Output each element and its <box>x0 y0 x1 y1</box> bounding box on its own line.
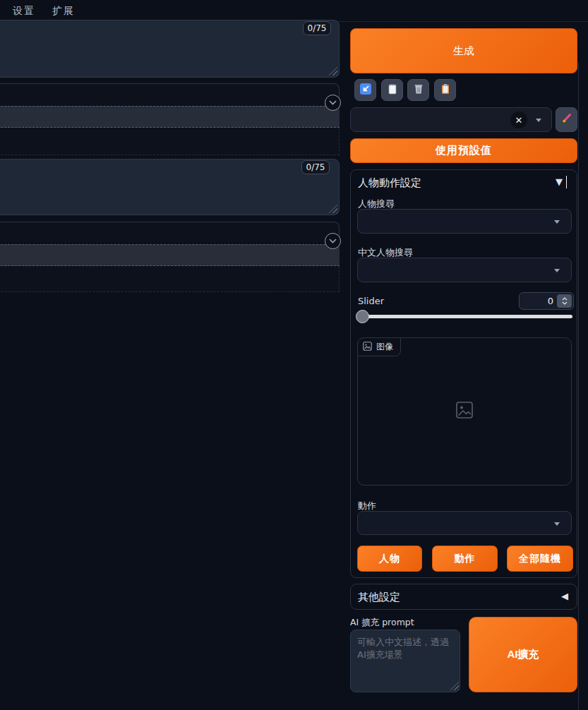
apply-style-button[interactable] <box>434 79 456 101</box>
arrow-lower-left-icon <box>359 83 372 98</box>
accordion-title[interactable]: 人物動作設定 <box>358 176 421 190</box>
spinner-up-icon <box>562 297 568 301</box>
chevron-down-icon[interactable] <box>325 233 341 249</box>
resize-handle-icon[interactable] <box>328 66 337 76</box>
image-placeholder-icon <box>455 401 474 422</box>
text-cursor <box>566 176 568 188</box>
random-character-button[interactable]: 人物 <box>357 546 422 572</box>
styles-row-left-top[interactable] <box>0 83 340 105</box>
action-dropdown[interactable] <box>357 511 572 535</box>
styles-row-left-bottom[interactable] <box>0 222 340 242</box>
character-action-accordion: 人物動作設定 ▼ 人物搜尋 中文人物搜尋 Slider <box>350 169 577 578</box>
ai-expand-button[interactable]: AI擴充 <box>469 617 577 692</box>
other-settings-accordion[interactable]: 其他設定 ◀ <box>350 584 577 610</box>
notepad-button[interactable] <box>381 79 403 101</box>
accordion-closed-arrow-icon: ◀ <box>561 591 568 601</box>
styles-dropdown[interactable]: ✕ <box>350 107 552 132</box>
number-spinner[interactable] <box>557 294 572 308</box>
slider-handle[interactable] <box>356 310 369 323</box>
app-root: 设置 扩展 0/75 0/75 生成 <box>0 0 588 710</box>
use-preset-button[interactable]: 使用預設值 <box>350 138 577 163</box>
column-divider <box>578 62 579 710</box>
random-action-button[interactable]: 動作 <box>432 546 498 572</box>
chevron-down-icon <box>554 269 560 272</box>
chevron-down-icon <box>554 220 560 224</box>
image-upload-area[interactable]: 图像 <box>357 337 572 486</box>
slider-number-input[interactable] <box>520 293 556 309</box>
prompt-token-counter: 0/75 <box>303 21 331 35</box>
trash-icon <box>412 83 425 98</box>
accordion-open-arrow-icon[interactable]: ▼ <box>556 176 563 187</box>
table-empty-band-bottom <box>0 267 340 292</box>
top-tab-bar: 设置 扩展 <box>0 0 588 22</box>
table-empty-band-top <box>0 128 340 155</box>
tab-settings[interactable]: 设置 <box>13 5 35 18</box>
spinner-down-icon <box>562 301 568 305</box>
paintbrush-icon <box>560 112 574 128</box>
tab-extensions[interactable]: 扩展 <box>52 5 75 18</box>
ai-expand-label: AI 擴充 prompt <box>350 617 414 629</box>
edit-styles-button[interactable] <box>556 107 577 132</box>
paste-params-button[interactable] <box>354 79 376 101</box>
image-tab[interactable]: 图像 <box>357 337 401 356</box>
random-all-button[interactable]: 全部隨機 <box>507 546 573 572</box>
character-search-dropdown[interactable] <box>357 209 572 234</box>
table-header-band-bottom <box>0 244 340 266</box>
clear-styles-icon[interactable]: ✕ <box>510 112 527 128</box>
chevron-down-icon <box>536 119 541 122</box>
image-tab-label: 图像 <box>376 341 393 353</box>
clipboard-icon <box>439 83 452 98</box>
table-header-band-top <box>0 106 340 128</box>
slider-number-field <box>519 292 574 310</box>
chevron-down-icon[interactable] <box>325 95 341 111</box>
clear-prompt-button[interactable] <box>407 79 429 101</box>
prompt-textarea[interactable] <box>0 20 340 78</box>
negative-prompt-token-counter: 0/75 <box>301 160 330 174</box>
image-small-icon <box>363 340 372 354</box>
notepad-icon <box>386 83 399 98</box>
negative-prompt-textarea[interactable] <box>0 159 340 215</box>
resize-handle-icon[interactable] <box>328 204 337 213</box>
other-settings-title: 其他設定 <box>358 591 400 604</box>
chevron-down-icon <box>554 522 560 526</box>
ai-expand-prompt-input[interactable] <box>350 630 460 692</box>
generate-button[interactable]: 生成 <box>350 28 577 73</box>
slider-label: Slider <box>358 296 384 306</box>
slider-track[interactable] <box>357 315 572 318</box>
chinese-character-search-dropdown[interactable] <box>357 258 572 282</box>
